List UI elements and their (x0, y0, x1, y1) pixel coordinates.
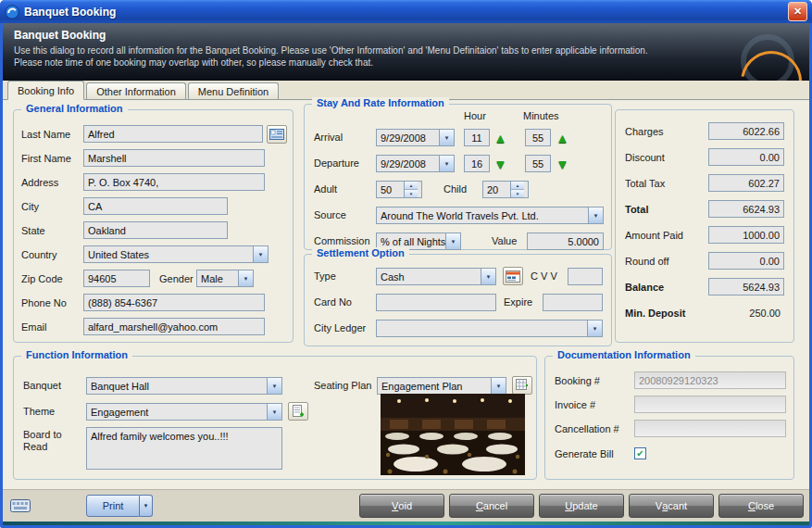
update-label-post: pdate (572, 500, 598, 511)
update-button[interactable]: Update (539, 494, 624, 518)
banquet-hall-photo (381, 394, 525, 475)
chevron-down-icon[interactable]: ▼ (481, 269, 495, 284)
tab-booking-info[interactable]: Booking Info (7, 81, 84, 100)
card-swipe-icon-button[interactable] (503, 267, 523, 285)
void-label-post: oid (398, 500, 412, 511)
chevron-down-icon[interactable]: ▼ (445, 233, 460, 249)
chevron-down-icon[interactable]: ▼ (439, 130, 454, 145)
adult-value: 50 (381, 184, 392, 195)
chevron-down-icon[interactable]: ▼ (267, 404, 281, 420)
print-dropdown-button[interactable]: ▼ (140, 495, 153, 517)
discount-value: 0.00 (708, 148, 784, 166)
header-description-line1: Use this dialog to record all informatio… (14, 44, 798, 57)
arrival-minutes-input[interactable]: 55 (525, 129, 551, 146)
arrival-minutes-up-icon[interactable]: ▲ (555, 130, 570, 145)
departure-minutes-down-icon[interactable]: ▼ (555, 156, 570, 171)
card-no-input[interactable] (376, 294, 496, 311)
generate-bill-checkbox[interactable]: ✔ (634, 447, 646, 459)
charges-value: 6022.66 (708, 122, 784, 140)
chevron-down-icon[interactable]: ▼ (238, 270, 253, 286)
first-name-input[interactable]: Marshell (83, 149, 265, 167)
address-label: Address (21, 177, 83, 188)
keyboard-icon-button[interactable] (8, 495, 32, 517)
print-button[interactable]: Print (86, 495, 140, 517)
arrival-hour-input[interactable]: 11 (464, 129, 490, 146)
value-input[interactable]: 5.0000 (527, 233, 604, 250)
tab-menu-definition[interactable]: Menu Definition (188, 82, 279, 99)
close-action-button[interactable]: Close (718, 494, 804, 518)
banquet-combobox[interactable]: Banquet Hall ▼ (86, 377, 282, 395)
adult-spin-buttons[interactable]: ▲ ▼ (404, 182, 418, 197)
departure-hour-down-icon[interactable]: ▼ (493, 156, 508, 171)
theme-combobox[interactable]: Engagement ▼ (86, 403, 282, 421)
chevron-down-icon[interactable]: ▼ (587, 321, 602, 336)
chevron-down-icon[interactable]: ▼ (267, 378, 281, 394)
zip-code-input[interactable]: 94605 (83, 270, 150, 287)
cancel-label-post: ancel (483, 500, 507, 511)
departure-minutes-input[interactable]: 55 (525, 155, 551, 172)
close-label-post: lose (756, 500, 774, 511)
close-icon: ✕ (793, 6, 802, 18)
check-icon: ✔ (636, 448, 643, 459)
spinner-up-icon[interactable]: ▲ (511, 182, 524, 190)
vacant-button[interactable]: Vacant (629, 494, 714, 518)
cancel-label-key: C (476, 500, 483, 511)
spinner-down-icon[interactable]: ▼ (511, 190, 524, 197)
seating-plan-edit-icon-button[interactable] (512, 376, 532, 395)
city-input[interactable]: CA (83, 197, 228, 215)
source-combobox[interactable]: Around The World Travels Pvt. Ltd. ▼ (376, 207, 604, 224)
cancel-button[interactable]: Cancel (449, 494, 534, 518)
banquet-label: Banquet (23, 380, 61, 391)
discount-row: Discount 0.00 (623, 147, 786, 167)
board-to-read-textarea[interactable]: Alfred family welcomes you..!!! (86, 427, 282, 470)
theme-value: Engagement (91, 407, 267, 418)
charges-row: Charges 6022.66 (623, 121, 786, 141)
add-theme-icon-button[interactable] (288, 402, 308, 421)
contact-lookup-icon-button[interactable] (267, 125, 287, 144)
minutes-header: Minutes (523, 110, 559, 121)
phone-input[interactable]: (888) 854-6367 (83, 294, 265, 311)
spinner-down-icon[interactable]: ▼ (405, 190, 418, 197)
departure-date-combobox[interactable]: 9/29/2008 ▼ (376, 155, 455, 172)
departure-hour-input[interactable]: 16 (464, 155, 490, 172)
settlement-type-combobox[interactable]: Cash ▼ (376, 268, 496, 285)
country-combobox[interactable]: United States ▼ (83, 245, 269, 263)
child-spinner[interactable]: 20 ▲ ▼ (482, 181, 529, 198)
address-input[interactable]: P. O. Box 4740, (83, 173, 265, 191)
expire-input[interactable] (543, 294, 603, 311)
close-label-key: C (748, 500, 756, 511)
theme-label: Theme (23, 406, 55, 417)
child-spin-buttons[interactable]: ▲ ▼ (510, 182, 524, 197)
chevron-down-icon[interactable]: ▼ (439, 156, 454, 171)
last-name-input[interactable]: Alfred (83, 125, 263, 143)
seating-plan-value: Engagement Plan (381, 381, 491, 392)
function-info-group: Function Information Banquet Banquet Hal… (13, 356, 537, 480)
seating-plan-combobox[interactable]: Engagement Plan ▼ (377, 377, 506, 395)
country-label: Country (21, 249, 83, 260)
chevron-down-icon[interactable]: ▼ (491, 378, 506, 394)
email-input[interactable]: alfard_marshell@yahoo.com (83, 318, 265, 335)
cvv-input[interactable] (568, 268, 603, 285)
adult-spinner[interactable]: 50 ▲ ▼ (376, 181, 422, 198)
balance-row: Balance 5624.93 (623, 277, 786, 296)
gender-combobox[interactable]: Male ▼ (196, 270, 254, 287)
void-button[interactable]: Void (359, 494, 444, 518)
tab-other-information[interactable]: Other Information (86, 82, 186, 99)
arrival-date-combobox[interactable]: 9/29/2008 ▼ (376, 129, 455, 146)
zip-code-label: Zip Code (21, 273, 83, 284)
cancellation-number-field (634, 420, 786, 437)
amount-paid-row: Amount Paid 1000.00 (623, 225, 786, 245)
state-input[interactable]: Oakland (83, 221, 228, 239)
chevron-down-icon[interactable]: ▼ (253, 246, 268, 262)
departure-label: Departure (314, 157, 359, 169)
spinner-up-icon[interactable]: ▲ (405, 182, 418, 190)
close-button[interactable]: ✕ (788, 2, 807, 21)
arrival-hour-up-icon[interactable]: ▲ (493, 130, 508, 145)
child-label: Child (443, 183, 467, 195)
city-ledger-combobox[interactable]: ▼ (376, 320, 603, 337)
update-label-key: U (565, 500, 572, 511)
gender-value: Male (201, 273, 238, 284)
expire-label: Expire (504, 296, 532, 308)
chevron-down-icon[interactable]: ▼ (588, 207, 603, 223)
invoice-number-label: Invoice # (555, 399, 634, 410)
